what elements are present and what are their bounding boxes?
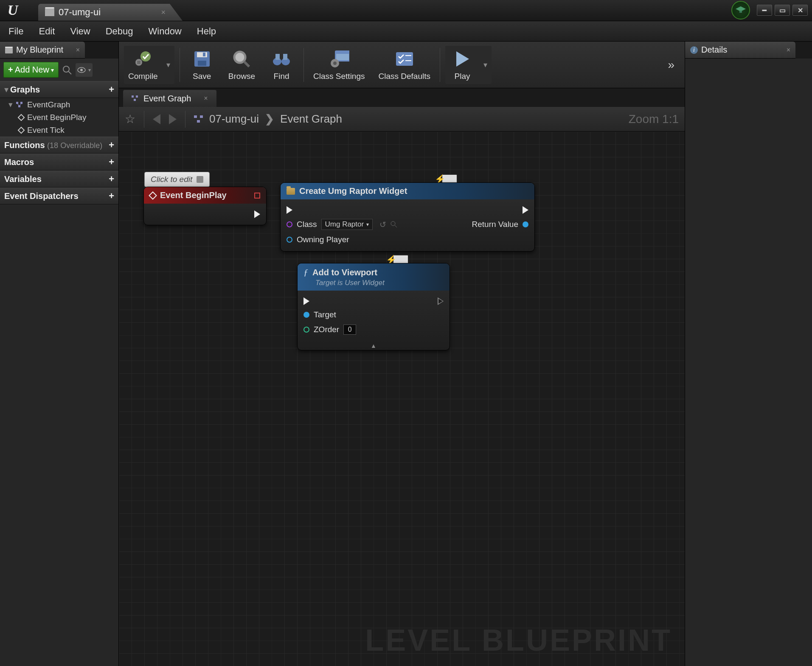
- zorder-input[interactable]: [343, 325, 356, 335]
- plus-icon[interactable]: +: [109, 190, 114, 201]
- svg-rect-37: [194, 115, 197, 118]
- compile-button[interactable]: Compile: [124, 46, 162, 84]
- pin-label: Target: [314, 310, 336, 319]
- dropdown-value: Umg Raptor: [325, 220, 364, 229]
- exec-out-pin[interactable]: [438, 297, 444, 305]
- section-macros[interactable]: Macros +: [0, 154, 118, 171]
- owning-player-pin[interactable]: Owning Player: [287, 235, 349, 244]
- tool-label: Class Defaults: [379, 72, 431, 81]
- section-title: Functions: [4, 140, 45, 150]
- tree-item-eventgraph[interactable]: ▾ EventGraph: [0, 98, 118, 111]
- comment-tooltip[interactable]: Click to edit: [144, 172, 210, 187]
- nav-back-button[interactable]: [153, 114, 160, 124]
- level-blueprint-icon: [45, 8, 54, 16]
- class-settings-button[interactable]: Class Settings: [309, 46, 369, 84]
- plus-icon: +: [8, 65, 13, 75]
- menu-debug[interactable]: Debug: [106, 26, 133, 37]
- node-create-widget[interactable]: Create Umg Raptor Widget Class Umg Rapto…: [280, 182, 535, 252]
- section-functions[interactable]: Functions (18 Overridable) +: [0, 137, 118, 154]
- menu-view[interactable]: View: [70, 26, 90, 37]
- graph-canvas[interactable]: Click to edit Event BeginPlay: [119, 132, 685, 666]
- graph-icon: [132, 95, 139, 101]
- plus-icon[interactable]: +: [109, 84, 114, 95]
- browse-button[interactable]: Browse: [224, 46, 259, 84]
- exec-out-pin[interactable]: [523, 206, 528, 214]
- exec-out-pin[interactable]: [254, 210, 260, 218]
- menu-file[interactable]: File: [8, 26, 23, 37]
- section-variables[interactable]: Variables +: [0, 171, 118, 187]
- tree-item-label: Event Tick: [27, 126, 65, 135]
- view-options-button[interactable]: ▾: [76, 63, 93, 77]
- breadcrumb-level[interactable]: 07-umg-ui: [209, 112, 259, 126]
- node-header[interactable]: ƒ Add to Viewport Target is User Widget: [298, 263, 450, 291]
- svg-rect-19: [203, 53, 205, 56]
- svg-rect-3: [5, 47, 13, 48]
- class-dropdown[interactable]: Umg Raptor ▾: [321, 219, 373, 230]
- node-event-beginplay[interactable]: Event BeginPlay: [143, 187, 267, 225]
- breadcrumb-graph[interactable]: Event Graph: [280, 112, 342, 126]
- book-icon: [5, 47, 13, 53]
- nav-forward-button[interactable]: [169, 114, 177, 124]
- browse-asset-icon[interactable]: [391, 221, 397, 228]
- svg-rect-25: [283, 54, 287, 60]
- chevron-down-icon[interactable]: ▾: [479, 60, 492, 70]
- expand-node-icon[interactable]: ▲: [298, 341, 450, 350]
- reset-icon[interactable]: ↺: [379, 220, 386, 229]
- play-button[interactable]: Play: [445, 46, 479, 84]
- close-icon[interactable]: ×: [787, 46, 790, 54]
- exec-in-pin[interactable]: [303, 297, 309, 305]
- class-pin[interactable]: Class Umg Raptor ▾ ↺: [287, 219, 397, 230]
- favorite-icon[interactable]: ☆: [125, 112, 135, 126]
- close-icon[interactable]: ×: [204, 95, 208, 102]
- plus-icon[interactable]: +: [109, 173, 114, 185]
- section-title: Graphs: [10, 85, 40, 94]
- tooltip-text: Click to edit: [151, 175, 192, 184]
- node-header[interactable]: Create Umg Raptor Widget: [281, 183, 534, 199]
- section-event-dispatchers[interactable]: Event Dispatchers +: [0, 187, 118, 204]
- panel-my-blueprint: My Blueprint × + Add New ▾ ▾ ▾Graphs + ▾…: [0, 42, 119, 666]
- node-add-to-viewport[interactable]: ƒ Add to Viewport Target is User Widget …: [297, 263, 450, 350]
- pin-label: Return Value: [472, 220, 519, 229]
- return-value-pin[interactable]: Return Value: [472, 220, 529, 229]
- maximize-button[interactable]: ▭: [775, 5, 790, 16]
- editor-tab[interactable]: 07-umg-ui ×: [38, 4, 183, 21]
- svg-rect-9: [20, 102, 22, 104]
- close-icon[interactable]: ×: [76, 46, 80, 54]
- tab-details[interactable]: i Details ×: [685, 42, 795, 59]
- section-graphs[interactable]: ▾Graphs +: [0, 81, 118, 98]
- exec-in-pin[interactable]: [287, 206, 292, 214]
- svg-rect-8: [16, 102, 18, 104]
- plus-icon[interactable]: +: [109, 157, 114, 168]
- close-tab-icon[interactable]: ×: [161, 8, 166, 17]
- node-header[interactable]: Event BeginPlay: [144, 187, 266, 204]
- add-new-button[interactable]: + Add New ▾: [3, 62, 59, 78]
- menu-help[interactable]: Help: [197, 26, 216, 37]
- graduation-cap-icon[interactable]: [731, 1, 750, 20]
- tab-event-graph[interactable]: Event Graph ×: [123, 90, 216, 107]
- menu-edit[interactable]: Edit: [39, 26, 55, 37]
- graph-icon: [194, 115, 203, 123]
- tab-my-blueprint[interactable]: My Blueprint ×: [0, 42, 85, 59]
- target-pin[interactable]: Target: [303, 310, 336, 319]
- plus-icon[interactable]: +: [109, 140, 114, 151]
- tree-item-event-beginplay[interactable]: Event BeginPlay: [0, 111, 118, 124]
- node-title: Event BeginPlay: [160, 190, 227, 200]
- close-window-button[interactable]: ✕: [792, 5, 808, 16]
- tool-label: Compile: [128, 72, 158, 81]
- info-icon: i: [690, 46, 698, 54]
- minimize-button[interactable]: ━: [757, 5, 772, 16]
- class-defaults-button[interactable]: Class Defaults: [374, 46, 435, 84]
- find-button[interactable]: Find: [264, 46, 298, 84]
- tool-label: Class Settings: [313, 72, 365, 81]
- svg-rect-27: [336, 54, 349, 60]
- zorder-pin[interactable]: ZOrder: [303, 325, 356, 335]
- save-button[interactable]: Save: [185, 46, 219, 84]
- chevron-down-icon[interactable]: ▾: [162, 60, 174, 70]
- folder-icon: [287, 188, 295, 195]
- search-icon[interactable]: [62, 65, 72, 75]
- tree-item-event-tick[interactable]: Event Tick: [0, 124, 118, 137]
- menu-window[interactable]: Window: [149, 26, 182, 37]
- overflow-button[interactable]: »: [668, 58, 674, 72]
- unreal-logo-icon: U: [0, 0, 25, 21]
- svg-rect-34: [132, 95, 134, 98]
